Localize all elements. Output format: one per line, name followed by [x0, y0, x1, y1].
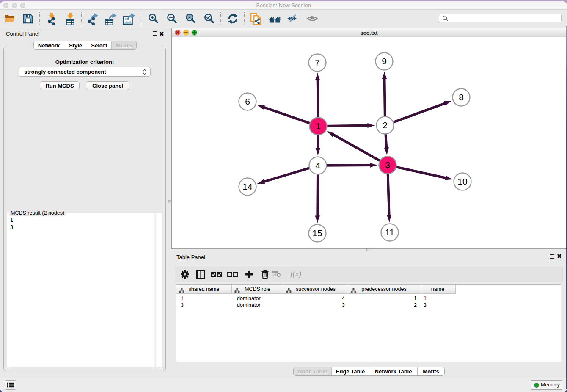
- svg-text:10: 10: [457, 177, 467, 186]
- svg-text:14: 14: [242, 182, 253, 191]
- svg-text:15: 15: [312, 228, 322, 238]
- svg-text:11: 11: [385, 227, 394, 237]
- svg-text:4: 4: [315, 160, 320, 170]
- svg-text:2: 2: [383, 120, 388, 130]
- svg-text:7: 7: [315, 58, 320, 67]
- svg-text:3: 3: [385, 160, 390, 170]
- svg-text:9: 9: [382, 56, 387, 66]
- svg-text:8: 8: [459, 92, 464, 102]
- svg-text:1: 1: [316, 121, 321, 131]
- svg-text:6: 6: [245, 97, 250, 106]
